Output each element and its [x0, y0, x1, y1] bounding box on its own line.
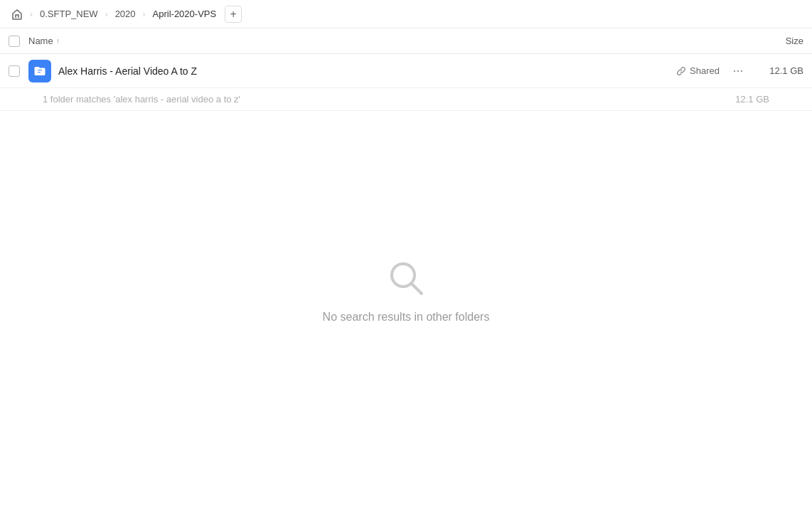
breadcrumb-bar: › 0.SFTP_NEW › 2020 › April-2020-VPS +: [0, 0, 812, 28]
breadcrumb-item-2020[interactable]: 2020: [112, 7, 139, 21]
file-row[interactable]: Alex Harris - Aerial Video A to Z Shared…: [0, 54, 812, 88]
folder-icon: [28, 60, 51, 82]
match-info-text: 1 folder matches 'alex harris - aerial v…: [43, 94, 240, 105]
breadcrumb-sep-3: ›: [143, 9, 146, 19]
empty-state-label: No search results in other folders: [323, 311, 490, 324]
breadcrumb-item-april[interactable]: April-2020-VPS: [150, 7, 220, 21]
breadcrumb-sep-2: ›: [105, 9, 108, 19]
file-size-label: 12.1 GB: [754, 65, 803, 76]
column-header: Name ↑ Size: [0, 28, 812, 54]
add-tab-button[interactable]: +: [225, 6, 242, 23]
no-results-search-icon: [385, 257, 427, 299]
breadcrumb-item-sftp[interactable]: 0.SFTP_NEW: [37, 7, 101, 21]
home-button[interactable]: [9, 6, 26, 23]
more-options-button[interactable]: ···: [728, 61, 748, 81]
name-column-header[interactable]: Name ↑: [28, 36, 747, 46]
shared-badge: Shared: [676, 65, 720, 76]
file-name-label: Alex Harris - Aerial Video A to Z: [58, 65, 676, 77]
svg-line-1: [411, 283, 422, 294]
row-checkbox[interactable]: [9, 65, 20, 77]
match-info-size: 12.1 GB: [735, 94, 769, 105]
sort-arrow-icon: ↑: [56, 37, 60, 45]
shared-label: Shared: [690, 65, 720, 76]
match-info-row: 1 folder matches 'alex harris - aerial v…: [0, 88, 812, 111]
breadcrumb-sep-1: ›: [30, 9, 33, 19]
empty-state: No search results in other folders: [0, 111, 812, 512]
main-container: › 0.SFTP_NEW › 2020 › April-2020-VPS + N…: [0, 0, 812, 512]
size-column-header: Size: [747, 36, 803, 46]
select-all-checkbox[interactable]: [9, 36, 20, 47]
